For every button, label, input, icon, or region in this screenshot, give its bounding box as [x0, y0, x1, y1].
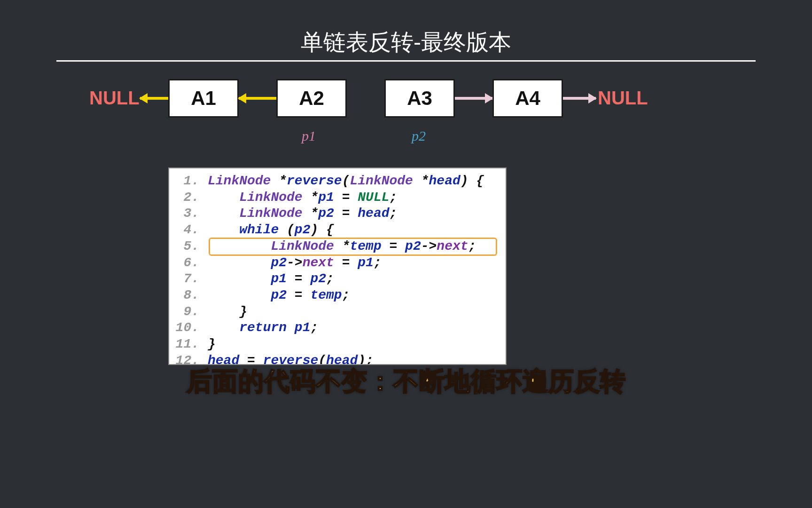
code-content: head = reverse(head);	[208, 353, 374, 365]
line-number: 11.	[175, 336, 208, 353]
arrow-a2-to-a1	[239, 97, 276, 100]
p2-pointer-label: p2	[412, 128, 426, 144]
code-content: LinkNode *p2 = head;	[208, 206, 397, 222]
line-number: 4.	[175, 222, 208, 238]
code-content: p1 = p2;	[208, 271, 334, 287]
code-line: 7. p1 = p2;	[175, 271, 500, 287]
node-a4: A4	[492, 79, 563, 118]
code-content: }	[208, 304, 247, 320]
line-number: 12.	[175, 353, 208, 365]
code-content: LinkNode *reverse(LinkNode *head) {	[208, 173, 484, 190]
node-a3: A3	[384, 79, 455, 118]
code-line: 12.head = reverse(head);	[175, 353, 500, 365]
line-number: 1.	[175, 173, 208, 190]
code-content: LinkNode *temp = p2->next;	[208, 238, 476, 255]
code-content: return p1;	[208, 320, 318, 336]
code-line: 3. LinkNode *p2 = head;	[175, 206, 500, 222]
code-block: 1.LinkNode *reverse(LinkNode *head) {2. …	[168, 167, 507, 365]
code-line: 8. p2 = temp;	[175, 287, 500, 304]
code-line: 1.LinkNode *reverse(LinkNode *head) {	[175, 173, 500, 190]
code-content: p2->next = p1;	[208, 255, 382, 271]
arrow-a4-to-null	[563, 97, 596, 100]
null-left-label: NULL	[89, 87, 140, 109]
arrow-a1-to-null	[140, 97, 168, 100]
line-number: 5.	[175, 238, 208, 255]
line-number: 10.	[175, 320, 208, 336]
p1-pointer-label: p1	[302, 128, 316, 144]
code-line: 5. LinkNode *temp = p2->next;	[175, 238, 500, 255]
code-line: 4. while (p2) {	[175, 222, 500, 238]
line-number: 7.	[175, 271, 208, 287]
arrow-a3-to-a4	[455, 97, 492, 100]
line-number: 8.	[175, 287, 208, 304]
code-line: 10. return p1;	[175, 320, 500, 336]
code-line: 9. }	[175, 304, 500, 320]
code-line: 6. p2->next = p1;	[175, 255, 500, 271]
code-content: while (p2) {	[208, 222, 334, 238]
null-right-label: NULL	[598, 87, 648, 109]
line-number: 3.	[175, 206, 208, 222]
code-content: p2 = temp;	[208, 287, 350, 304]
node-a1: A1	[168, 79, 239, 118]
linked-list-diagram: NULL A1 A2 A3 A4 NULL p1 p2	[0, 79, 812, 154]
slide-title: 单链表反转-最终版本	[301, 27, 511, 57]
code-line: 11.}	[175, 336, 500, 353]
node-a2: A2	[276, 79, 347, 118]
code-line: 2. LinkNode *p1 = NULL;	[175, 190, 500, 206]
title-underline	[56, 60, 756, 62]
code-content: }	[208, 336, 216, 353]
line-number: 6.	[175, 255, 208, 271]
subtitle-caption: 后面的代码不变：不断地循环遍历反转	[187, 365, 626, 399]
code-content: LinkNode *p1 = NULL;	[208, 190, 397, 206]
line-number: 2.	[175, 190, 208, 206]
line-number: 9.	[175, 304, 208, 320]
